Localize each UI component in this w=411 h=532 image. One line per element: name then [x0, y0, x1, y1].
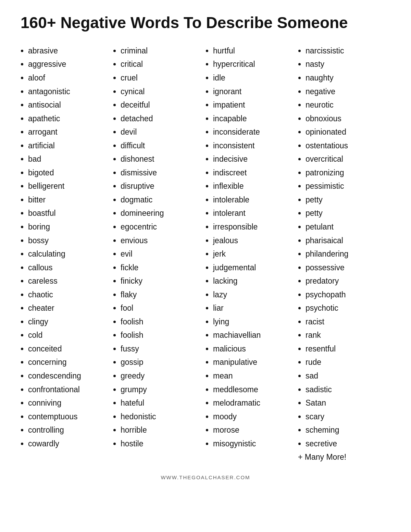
- list-item: hedonistic: [121, 410, 202, 424]
- list-item: cold: [28, 329, 110, 342]
- list-item: abrasive: [28, 44, 110, 58]
- list-item: cowardly: [28, 437, 110, 451]
- list-item: cruel: [121, 71, 202, 85]
- list-item: mean: [213, 369, 295, 383]
- list-item: flaky: [121, 288, 202, 302]
- list-item: ignorant: [213, 85, 295, 99]
- list-item: boring: [28, 220, 110, 234]
- list-item: dishonest: [121, 152, 202, 166]
- list-item: racist: [306, 315, 387, 329]
- list-item: foolish: [121, 315, 202, 329]
- list-item: dogmatic: [121, 193, 202, 207]
- list-item: petty: [306, 193, 387, 207]
- list-item: hurtful: [213, 44, 295, 58]
- list-item: incapable: [213, 112, 295, 126]
- list-item: negative: [306, 85, 387, 99]
- list-item: neurotic: [306, 98, 387, 112]
- list-item: morose: [213, 423, 295, 437]
- list-item: machiavellian: [213, 329, 295, 342]
- list-item: bad: [28, 152, 110, 166]
- list-item: difficult: [121, 139, 202, 153]
- list-item: bitter: [28, 193, 110, 207]
- list-item: misogynistic: [213, 437, 295, 451]
- list-item: aggressive: [28, 58, 110, 71]
- list-item: envious: [121, 234, 202, 248]
- page-title: 160+ Negative Words To Describe Someone: [21, 14, 390, 32]
- list-item: evil: [121, 247, 202, 261]
- list-item: patronizing: [306, 166, 387, 180]
- list-item: melodramatic: [213, 396, 295, 410]
- list-item: Satan: [306, 396, 387, 410]
- list-item: moody: [213, 410, 295, 424]
- list-item: overcritical: [306, 152, 387, 166]
- list-item: disruptive: [121, 180, 202, 193]
- list-item: concerning: [28, 356, 110, 369]
- column-3: hurtfulhypercriticalidleignorantimpatien…: [206, 44, 298, 464]
- list-item: naughty: [306, 71, 387, 85]
- list-item: greedy: [121, 369, 202, 383]
- list-item: antagonistic: [28, 85, 110, 99]
- list-item: manipulative: [213, 356, 295, 369]
- list-item: sad: [306, 369, 387, 383]
- list-item: boastful: [28, 207, 110, 220]
- list-item: foolish: [121, 329, 202, 342]
- list-item: horrible: [121, 423, 202, 437]
- list-item: domineering: [121, 207, 202, 220]
- list-item: inconsistent: [213, 139, 295, 153]
- list-item: jerk: [213, 247, 295, 261]
- column-2: criminalcriticalcruelcynicaldeceitfuldet…: [113, 44, 206, 464]
- list-item: detached: [121, 112, 202, 126]
- list-item: judgemental: [213, 261, 295, 275]
- list-item: contemptuous: [28, 410, 110, 424]
- footer: WWW.THEGOALCHASER.COM: [21, 474, 390, 480]
- column-4: narcissisticnastynaughtynegativeneurotic…: [298, 44, 390, 464]
- list-item: arrogant: [28, 125, 110, 139]
- list-item: gossip: [121, 356, 202, 369]
- list-item: callous: [28, 261, 110, 275]
- list-item: jealous: [213, 234, 295, 248]
- list-item: rank: [306, 329, 387, 342]
- list-item: controlling: [28, 423, 110, 437]
- list-item: intolerable: [213, 193, 295, 207]
- list-item: clingy: [28, 315, 110, 329]
- list-item: critical: [121, 58, 202, 71]
- list-item: narcissistic: [306, 44, 387, 58]
- list-item: bossy: [28, 234, 110, 248]
- list-item: criminal: [121, 44, 202, 58]
- list-item: meddlesome: [213, 383, 295, 397]
- list-item: fool: [121, 301, 202, 315]
- list-item: lacking: [213, 274, 295, 288]
- list-item: psychopath: [306, 288, 387, 302]
- list-item: pessimistic: [306, 180, 387, 193]
- list-item: indiscreet: [213, 166, 295, 180]
- list-item: pharisaical: [306, 234, 387, 248]
- list-item: calculating: [28, 247, 110, 261]
- list-item: devil: [121, 125, 202, 139]
- list-item: scheming: [306, 423, 387, 437]
- list-item: hypercritical: [213, 58, 295, 71]
- list-item: inconsiderate: [213, 125, 295, 139]
- list-item: sadistic: [306, 383, 387, 397]
- list-item: resentful: [306, 342, 387, 356]
- list-item: cynical: [121, 85, 202, 99]
- list-item: irresponsible: [213, 220, 295, 234]
- list-item: conniving: [28, 396, 110, 410]
- list-item: bigoted: [28, 166, 110, 180]
- list-item: rude: [306, 356, 387, 369]
- list-item: deceitful: [121, 98, 202, 112]
- list-item: chaotic: [28, 288, 110, 302]
- list-item: philandering: [306, 247, 387, 261]
- list-item: aloof: [28, 71, 110, 85]
- list-item: predatory: [306, 274, 387, 288]
- list-item: conceited: [28, 342, 110, 356]
- list-item: grumpy: [121, 383, 202, 397]
- column-1: abrasiveaggressivealoofantagonisticantis…: [21, 44, 113, 464]
- list-item: liar: [213, 301, 295, 315]
- list-item: impatient: [213, 98, 295, 112]
- list-item: opinionated: [306, 125, 387, 139]
- list-item: ostentatious: [306, 139, 387, 153]
- list-item: condescending: [28, 369, 110, 383]
- list-item: confrontational: [28, 383, 110, 397]
- list-item: secretive: [306, 437, 387, 451]
- list-item: obnoxious: [306, 112, 387, 126]
